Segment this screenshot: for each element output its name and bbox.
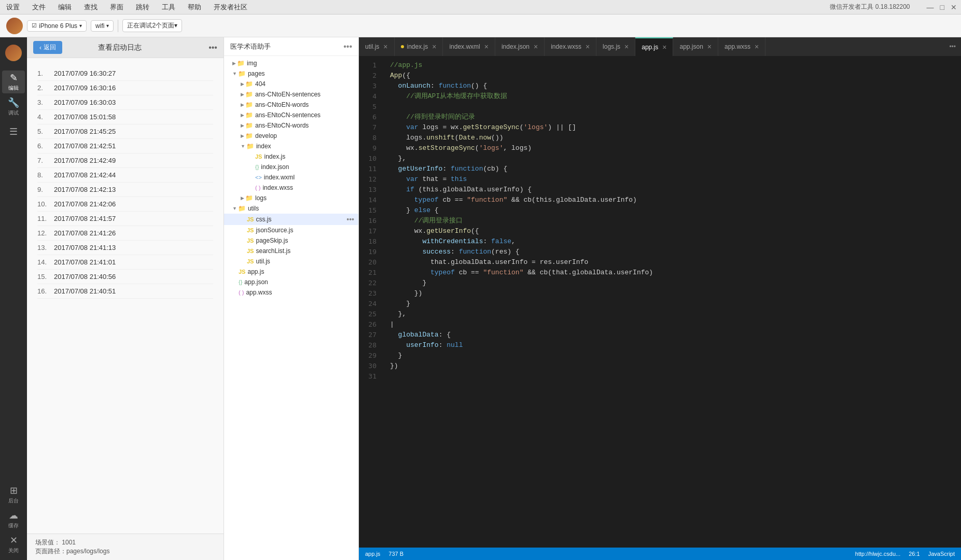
sidebar-item-close[interactable]: ✕ 关闭 <box>2 533 25 556</box>
tree-item-ans-ENtoCN-sentences[interactable]: ▶📁ans-ENtoCN-sentences <box>224 110 358 120</box>
tabs-more-btn[interactable]: ••• <box>944 43 961 50</box>
js-icon: JS <box>255 153 262 160</box>
log-num: 2. <box>37 84 50 92</box>
menu-edit[interactable]: 编辑 <box>56 2 74 13</box>
tab-app_js[interactable]: app.js× <box>635 37 673 56</box>
tab-close-btn[interactable]: × <box>586 43 590 50</box>
folder-icon: 📁 <box>245 91 253 98</box>
tab-util_js[interactable]: util.js× <box>359 37 395 56</box>
tree-item-app_wxss[interactable]: ( )app.wxss <box>224 287 358 298</box>
side-icons: ✎ 编辑 🔧 调试 ☰ ⊞ 后台 ☁ 缓存 ✕ 关闭 <box>0 37 27 560</box>
tab-close-btn[interactable]: × <box>432 43 436 50</box>
edit-label: 编辑 <box>8 85 19 92</box>
back-button[interactable]: ‹ 返回 <box>33 41 62 54</box>
menu-community[interactable]: 开发者社区 <box>212 2 249 13</box>
tree-item-ans-CNtoEN-sentences[interactable]: ▶📁ans-CNtoEN-sentences <box>224 89 358 100</box>
tree-item-index_wxss[interactable]: ( )index.wxss <box>224 183 358 193</box>
tree-item-pages[interactable]: ▼📁pages <box>224 68 358 79</box>
minimize-btn[interactable]: — <box>927 3 934 11</box>
tree-item-index_json[interactable]: {}index.json <box>224 162 358 172</box>
tree-item-ans-ENtoCN-words[interactable]: ▶📁ans-ENtoCN-words <box>224 120 358 131</box>
tree-item-utils[interactable]: ▼📁utils <box>224 203 358 214</box>
tree-item-index_js[interactable]: JSindex.js <box>224 151 358 162</box>
menu-jump[interactable]: 跳转 <box>134 2 151 13</box>
tab-close-btn[interactable]: × <box>534 43 538 50</box>
tab-app_json[interactable]: app.json× <box>673 37 718 56</box>
tab-logs_js[interactable]: logs.js× <box>596 37 635 56</box>
device-selector[interactable]: ☑ iPhone 6 Plus ▾ <box>27 20 87 32</box>
tree-item-index_wxml[interactable]: <>index.wxml <box>224 172 358 183</box>
tree-label: 404 <box>255 80 266 88</box>
menu-file[interactable]: 文件 <box>30 2 48 13</box>
code-area[interactable]: //app.jsApp({ onLaunch: function() { //调… <box>382 56 961 548</box>
tab-label: index.wxss <box>551 43 581 50</box>
tree-label: ans-CNtoEN-words <box>255 101 309 108</box>
log-time: 2017/07/08 21:41:01 <box>54 258 116 266</box>
tab-index_json[interactable]: index.json× <box>495 37 545 56</box>
tree-item-jsonSource_js[interactable]: JSjsonSource.js <box>224 225 358 235</box>
line-number: 12 <box>359 174 382 185</box>
tab-index_js[interactable]: index.js× <box>395 37 443 56</box>
tab-close-btn[interactable]: × <box>662 44 666 51</box>
menu-settings[interactable]: 设置 <box>4 2 22 13</box>
tree-item-404[interactable]: ▶📁404 <box>224 79 358 89</box>
menu-interface[interactable]: 界面 <box>108 2 126 13</box>
tab-close-btn[interactable]: × <box>755 43 759 50</box>
status-position: 26:1 <box>909 551 920 557</box>
simulator-panel: ‹ 返回 查看启动日志 ••• 1.2017/07/09 16:30:272.2… <box>27 37 224 560</box>
log-num: 13. <box>37 244 50 251</box>
tab-index_wxss[interactable]: index.wxss× <box>545 37 596 56</box>
menu-find[interactable]: 查找 <box>82 2 100 13</box>
folder-icon: 📁 <box>245 194 253 202</box>
maximize-btn[interactable]: □ <box>940 3 944 11</box>
simulator-header-dots[interactable]: ••• <box>208 43 217 52</box>
log-time: 2017/07/08 21:41:26 <box>54 229 116 237</box>
toolbar: ☑ iPhone 6 Plus ▾ wifi ▾ 正在调试2个页面▾ <box>0 15 961 37</box>
tree-item-css_js[interactable]: JScss.js••• <box>224 214 358 225</box>
tree-item-app_json[interactable]: {}app.json <box>224 277 358 287</box>
sidebar-item-edit[interactable]: ✎ 编辑 <box>2 71 25 93</box>
code-line: globalData: { <box>390 330 953 340</box>
tab-label: app.js <box>642 44 658 51</box>
tree-item-index[interactable]: ▼📁index <box>224 141 358 151</box>
menu-help[interactable]: 帮助 <box>186 2 203 13</box>
sidebar-avatar[interactable] <box>2 41 25 64</box>
sidebar-item-debug[interactable]: 🔧 调试 <box>2 95 25 118</box>
sidebar-item-backend[interactable]: ⊞ 后台 <box>2 483 25 506</box>
file-tree-more-btn[interactable]: ••• <box>343 42 352 51</box>
status-filesize: 737 B <box>388 551 403 557</box>
menu-tools[interactable]: 工具 <box>160 2 177 13</box>
log-time: 2017/07/08 21:42:51 <box>54 142 116 150</box>
close-btn[interactable]: ✕ <box>951 3 957 11</box>
status-link[interactable]: http://hlwjc.csdu... <box>855 551 900 557</box>
sidebar-item-cache[interactable]: ☁ 缓存 <box>2 508 25 531</box>
tree-item-img[interactable]: ▶📁img <box>224 58 358 68</box>
tab-close-btn[interactable]: × <box>383 43 387 50</box>
tree-item-ans-CNtoEN-words[interactable]: ▶📁ans-CNtoEN-words <box>224 100 358 110</box>
code-line: }, <box>390 309 953 319</box>
tree-item-searchList_js[interactable]: JSsearchList.js <box>224 246 358 256</box>
tree-item-app_js[interactable]: JSapp.js <box>224 267 358 277</box>
tree-item-develop[interactable]: ▶📁develop <box>224 131 358 141</box>
code-line: } <box>390 351 953 361</box>
tab-close-btn[interactable]: × <box>484 43 489 50</box>
tab-close-btn[interactable]: × <box>707 43 712 50</box>
status-language: JavaScript <box>928 551 955 557</box>
tab-close-btn[interactable]: × <box>624 43 629 50</box>
tree-item-util_js[interactable]: JSutil.js <box>224 256 358 267</box>
avatar[interactable] <box>6 18 23 34</box>
line-number: 25 <box>359 309 382 319</box>
tab-index_wxml[interactable]: index.wxml× <box>443 37 495 56</box>
page-selector[interactable]: 正在调试2个页面▾ <box>122 19 182 32</box>
file-more-btn[interactable]: ••• <box>346 215 354 223</box>
editor-status-bar: app.js 737 B http://hlwjc.csdu... 26:1 J… <box>359 548 961 560</box>
list-item: 8.2017/07/08 21:42:44 <box>37 168 213 183</box>
tree-label: index.wxss <box>262 184 293 191</box>
sidebar-item-list[interactable]: ☰ <box>2 120 25 143</box>
log-num: 10. <box>37 200 50 208</box>
wifi-selector[interactable]: wifi ▾ <box>91 20 114 32</box>
simulator-header-title: 查看启动日志 <box>98 43 142 52</box>
tree-item-logs[interactable]: ▶📁logs <box>224 193 358 203</box>
tab-app_wxss[interactable]: app.wxss× <box>718 37 765 56</box>
tree-item-pageSkip_js[interactable]: JSpageSkip.js <box>224 235 358 246</box>
